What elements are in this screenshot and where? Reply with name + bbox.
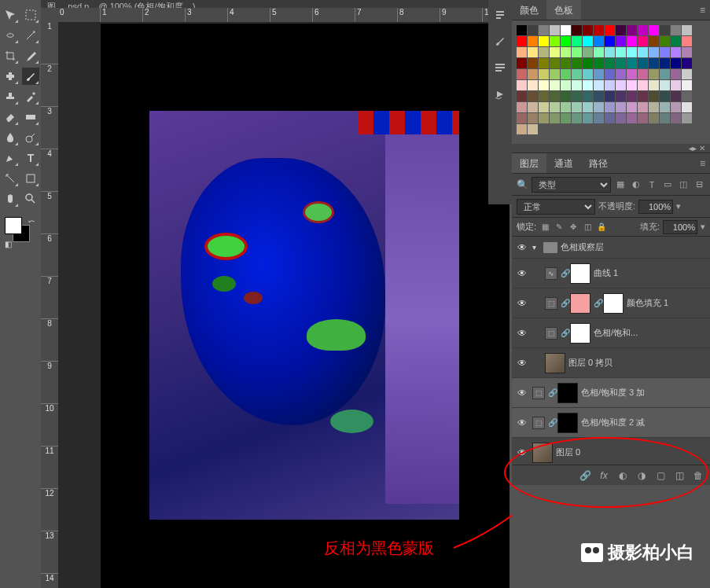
color-swatch[interactable] — [561, 47, 571, 57]
filter-toggle-icon[interactable]: ⊟ — [693, 178, 705, 191]
new-layer-icon[interactable]: ◫ — [674, 470, 685, 481]
fill-input[interactable] — [663, 220, 697, 234]
zoom-tool[interactable] — [22, 190, 39, 208]
layer-mask-thumb[interactable] — [557, 383, 578, 403]
shape-tool[interactable] — [22, 170, 39, 187]
color-swatch[interactable] — [583, 47, 593, 57]
visibility-eye-icon[interactable]: 👁 — [515, 241, 529, 255]
lock-all-icon[interactable]: 🔒 — [596, 222, 607, 233]
filter-smart-icon[interactable]: ◫ — [677, 178, 690, 191]
color-swatch[interactable] — [671, 91, 681, 101]
color-swatch[interactable] — [616, 36, 626, 46]
stamp-tool[interactable] — [2, 88, 19, 105]
color-swatch[interactable] — [583, 91, 593, 101]
color-swatch[interactable] — [627, 91, 637, 101]
color-swatch[interactable] — [594, 102, 604, 112]
color-swatch[interactable] — [539, 113, 549, 123]
color-swatch[interactable] — [528, 91, 538, 101]
visibility-eye-icon[interactable]: 👁 — [515, 296, 529, 311]
color-swatch[interactable] — [594, 47, 604, 57]
lock-transparent-icon[interactable]: ▦ — [539, 222, 550, 233]
layer-thumb[interactable] — [532, 443, 553, 463]
color-swatch[interactable] — [638, 91, 648, 101]
color-swatch[interactable] — [572, 47, 582, 57]
opacity-input[interactable] — [638, 200, 673, 214]
panel-collapse-row[interactable]: ◂▸ ✕ — [512, 144, 710, 153]
color-swatch[interactable] — [616, 80, 626, 90]
layer-name[interactable]: 色相/饱和度 2 减 — [581, 417, 707, 428]
color-swatch[interactable] — [638, 113, 648, 123]
paragraph-panel-icon[interactable] — [492, 60, 508, 75]
color-swatch[interactable] — [561, 25, 571, 35]
color-swatch[interactable] — [594, 113, 604, 123]
color-swatch[interactable] — [638, 47, 648, 57]
color-swatch[interactable] — [605, 36, 615, 46]
color-swatch[interactable] — [528, 124, 538, 134]
color-swatch[interactable] — [605, 58, 615, 68]
swatches-tab[interactable]: 色板 — [546, 0, 581, 20]
color-swatch[interactable] — [627, 69, 637, 79]
color-swatch[interactable] — [660, 47, 670, 57]
color-swatch[interactable] — [627, 36, 637, 46]
layer-row[interactable]: 👁⬚🔗色相/饱和... — [512, 318, 710, 348]
color-swatch[interactable] — [627, 102, 637, 112]
color-swatch[interactable] — [682, 69, 692, 79]
color-swatch[interactable] — [561, 102, 571, 112]
color-swatch[interactable] — [539, 102, 549, 112]
color-swatch[interactable] — [528, 102, 538, 112]
color-swatch[interactable] — [572, 25, 582, 35]
color-swatch[interactable] — [539, 36, 549, 46]
add-mask-icon[interactable]: ◐ — [617, 470, 628, 481]
color-swatch[interactable] — [682, 58, 692, 68]
color-swatch[interactable] — [660, 36, 670, 46]
filter-pixel-icon[interactable]: ▦ — [614, 178, 627, 191]
color-swatch[interactable] — [682, 47, 692, 57]
color-swatch[interactable] — [550, 80, 560, 90]
lock-position-icon[interactable]: ✥ — [568, 222, 579, 233]
color-swatch[interactable] — [682, 80, 692, 90]
color-swatch[interactable] — [517, 58, 527, 68]
color-swatch[interactable] — [605, 113, 615, 123]
color-swatch[interactable] — [682, 25, 692, 35]
color-swatch[interactable] — [649, 47, 659, 57]
color-swatch[interactable] — [594, 91, 604, 101]
history-brush-tool[interactable] — [22, 88, 39, 105]
new-adjustment-icon[interactable]: ◑ — [636, 470, 647, 481]
color-swatch[interactable] — [638, 58, 648, 68]
color-swatch[interactable] — [517, 36, 527, 46]
color-swatch[interactable] — [638, 69, 648, 79]
foreground-color-swatch[interactable] — [5, 217, 22, 234]
link-layers-icon[interactable]: 🔗 — [579, 470, 590, 481]
layer-row[interactable]: 👁∿🔗曲线 1 — [512, 259, 710, 288]
layer-name[interactable]: 色相/饱和... — [594, 327, 707, 339]
color-swatch[interactable] — [550, 25, 560, 35]
layer-name[interactable]: 色相/饱和度 3 加 — [581, 387, 707, 399]
color-swatch[interactable] — [550, 113, 560, 123]
color-swatch[interactable] — [561, 91, 571, 101]
hand-tool[interactable] — [2, 190, 19, 208]
color-swatch[interactable] — [627, 47, 637, 57]
color-swatch[interactable] — [616, 69, 626, 79]
color-swatch[interactable] — [638, 36, 648, 46]
color-swatch[interactable] — [517, 91, 527, 101]
color-swatch[interactable] — [649, 36, 659, 46]
color-swatch[interactable] — [671, 58, 681, 68]
blur-tool[interactable] — [2, 129, 19, 146]
color-tab[interactable]: 颜色 — [512, 0, 546, 20]
color-swatch[interactable] — [616, 113, 626, 123]
color-swatch[interactable] — [583, 80, 593, 90]
color-swatch[interactable] — [671, 80, 681, 90]
brush-panel-icon[interactable] — [492, 33, 508, 49]
color-swatch[interactable] — [594, 25, 604, 35]
color-swatch[interactable] — [572, 69, 582, 79]
layer-name[interactable]: 图层 0 — [556, 447, 707, 458]
color-swatch[interactable] — [517, 124, 527, 134]
color-swatch[interactable] — [517, 113, 527, 123]
move-tool[interactable] — [2, 6, 19, 24]
actions-panel-icon[interactable] — [492, 86, 508, 102]
color-swatch[interactable] — [627, 80, 637, 90]
layer-thumb[interactable] — [545, 353, 565, 373]
color-swatch[interactable] — [539, 91, 549, 101]
layer-name[interactable]: 图层 0 拷贝 — [568, 357, 707, 369]
filter-type-select[interactable]: 类型 — [532, 177, 611, 193]
